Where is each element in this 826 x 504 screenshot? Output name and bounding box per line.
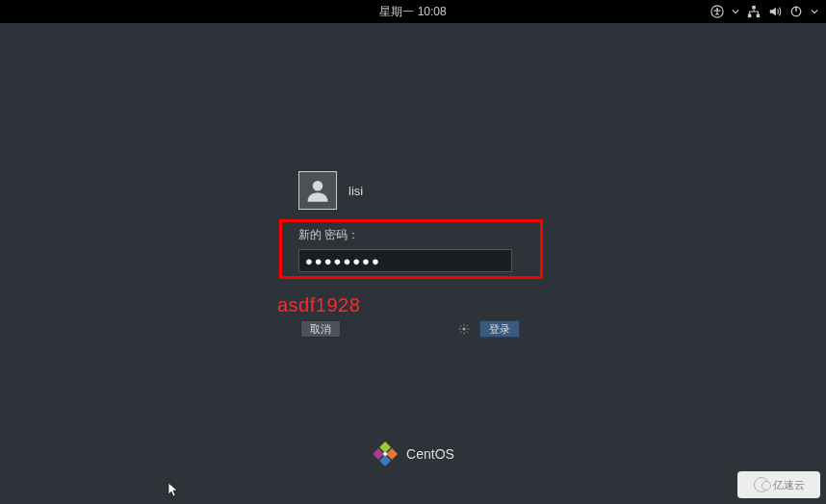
user-row: lisi: [298, 171, 549, 210]
svg-rect-2: [752, 6, 756, 10]
svg-rect-4: [757, 14, 761, 18]
cancel-button[interactable]: 取消: [300, 320, 341, 338]
centos-logo: CentOS: [372, 441, 454, 467]
network-icon[interactable]: [747, 5, 761, 18]
svg-point-7: [313, 181, 323, 191]
svg-point-13: [383, 452, 387, 456]
watermark-text: 亿速云: [773, 478, 805, 492]
password-input[interactable]: [298, 249, 512, 272]
svg-point-1: [716, 8, 718, 10]
login-panel: lisi 新的 密码：: [298, 171, 549, 272]
topbar-right: [710, 0, 818, 23]
button-row: 取消 登录: [300, 320, 520, 338]
volume-icon[interactable]: [768, 5, 782, 18]
centos-icon: [372, 441, 399, 467]
svg-point-8: [463, 328, 466, 331]
clock: 星期一 10:08: [379, 4, 446, 20]
login-button-label: 登录: [489, 322, 510, 337]
centos-text: CentOS: [406, 446, 454, 462]
login-button[interactable]: 登录: [479, 320, 520, 338]
accessibility-icon[interactable]: [710, 5, 724, 18]
chevron-down-icon[interactable]: [732, 8, 739, 15]
chevron-down-icon-2[interactable]: [811, 8, 818, 15]
annotation-password-text: asdf1928: [277, 294, 360, 316]
watermark-logo-icon: [754, 477, 769, 492]
password-label: 新的 密码：: [298, 227, 549, 243]
svg-rect-3: [748, 14, 752, 18]
session-gear-icon[interactable]: [458, 323, 470, 335]
cancel-button-label: 取消: [310, 322, 331, 337]
watermark: 亿速云: [737, 471, 820, 498]
top-bar: 星期一 10:08: [0, 0, 826, 23]
power-icon[interactable]: [789, 5, 803, 18]
mouse-cursor-icon: [168, 482, 179, 500]
avatar: [298, 171, 337, 210]
username-label: lisi: [348, 184, 363, 198]
